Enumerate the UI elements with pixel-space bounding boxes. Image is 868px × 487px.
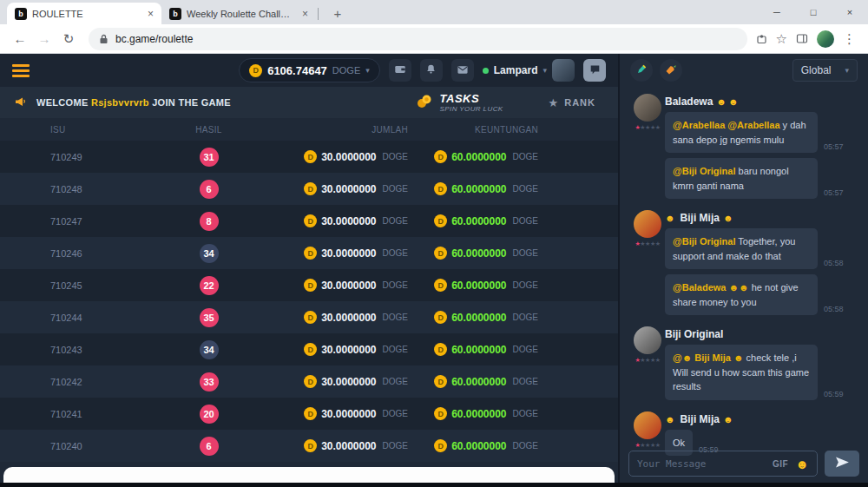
- chat-rules-button[interactable]: [630, 59, 653, 82]
- mention[interactable]: @Biji Original: [673, 166, 735, 176]
- tab-close-icon[interactable]: ×: [146, 8, 155, 20]
- result-cell: 34: [159, 244, 259, 263]
- table-row[interactable]: 710244 35 D 30.0000000 DOGE D 60.0000000…: [0, 301, 618, 333]
- bet-amount: 30.0000000: [321, 408, 376, 420]
- username-emoji-suffix: ☻☻: [716, 96, 740, 107]
- bet-profit: 60.0000000: [451, 344, 506, 356]
- chat-username[interactable]: Baladewa: [665, 95, 713, 108]
- chat-username[interactable]: Biji Original: [665, 328, 723, 340]
- avatar[interactable]: [634, 210, 661, 238]
- currency-label: DOGE: [383, 409, 408, 418]
- bets-table-body: 710249 31 D 30.0000000 DOGE D 60.0000000…: [0, 141, 618, 462]
- wallet-button[interactable]: [389, 59, 411, 82]
- emoji-picker-icon[interactable]: ☻: [795, 457, 809, 471]
- bet-id: 710241: [50, 409, 159, 419]
- chat-bubble: @Biji Original Together, you support and…: [665, 228, 818, 269]
- doge-coin-icon: D: [304, 439, 317, 452]
- result-cell: 6: [159, 437, 259, 456]
- side-panel-icon[interactable]: [796, 33, 808, 44]
- bet-amount: 30.0000000: [321, 440, 376, 452]
- message-time: 05:59: [824, 390, 844, 400]
- new-tab-button[interactable]: +: [329, 6, 346, 21]
- currency-label: DOGE: [513, 409, 538, 418]
- bet-profit: 60.0000000: [451, 440, 506, 452]
- tab-strip: b ROULETTE × b Weekly Roulette Challenge…: [0, 0, 868, 24]
- message-input-box[interactable]: GIF ☻: [628, 451, 818, 477]
- pencil-icon: [636, 63, 647, 78]
- hamburger-menu-icon[interactable]: [12, 64, 30, 77]
- table-row[interactable]: 710245 22 D 30.0000000 DOGE D 60.0000000…: [0, 269, 618, 301]
- avatar[interactable]: [634, 94, 661, 122]
- currency-label: DOGE: [513, 248, 538, 258]
- table-row[interactable]: 710242 33 D 30.0000000 DOGE D 60.0000000…: [0, 365, 618, 398]
- result-cell: 34: [159, 340, 259, 359]
- chat-region-label: Global: [801, 64, 832, 76]
- table-row[interactable]: 710248 6 D 30.0000000 DOGE D 60.0000000 …: [0, 173, 618, 205]
- gif-button[interactable]: GIF: [773, 459, 788, 469]
- tab-close-icon[interactable]: ×: [300, 8, 310, 20]
- tab-roulette[interactable]: b ROULETTE ×: [7, 3, 161, 24]
- chat-bubble: @Arabellaa @Arabellaa y dah sana depo jg…: [665, 112, 818, 153]
- address-bar[interactable]: bc.game/roulette: [89, 28, 747, 50]
- avatar[interactable]: [634, 326, 661, 354]
- browser-profile-avatar[interactable]: [817, 30, 834, 48]
- chat-message: @Arabellaa @Arabellaa y dah sana depo jg…: [665, 112, 861, 153]
- avatar[interactable]: [552, 59, 575, 82]
- rank-star-icon: ★: [549, 96, 560, 109]
- user-menu[interactable]: Lampard ▾: [483, 59, 575, 82]
- mention[interactable]: @Arabellaa @Arabellaa: [673, 120, 780, 130]
- bet-id: 710243: [50, 345, 159, 355]
- amount-cell: D 30.0000000 DOGE: [259, 439, 408, 452]
- lock-icon: [99, 34, 108, 44]
- carrot-icon-button[interactable]: [660, 59, 682, 82]
- mention[interactable]: @Baladewa ☻☻: [673, 282, 749, 293]
- amount-cell: D 30.0000000 DOGE: [259, 150, 408, 163]
- table-row[interactable]: 710241 20 D 30.0000000 DOGE D 60.0000000…: [0, 398, 618, 430]
- table-row[interactable]: 710243 34 D 30.0000000 DOGE D 60.0000000…: [0, 333, 618, 365]
- rank-widget[interactable]: ★ RANK: [549, 96, 595, 109]
- browser-menu-icon[interactable]: ⋮: [843, 31, 856, 47]
- avatar[interactable]: [634, 411, 661, 439]
- chat-username[interactable]: Biji Mija: [681, 413, 720, 425]
- doge-coin-icon: D: [304, 311, 317, 324]
- profit-cell: D 60.0000000 DOGE: [408, 247, 538, 260]
- extension-icon[interactable]: [756, 33, 767, 44]
- table-row[interactable]: 710247 8 D 30.0000000 DOGE D 60.0000000 …: [0, 205, 618, 237]
- amount-cell: D 30.0000000 DOGE: [259, 343, 408, 356]
- notifications-button[interactable]: [420, 59, 443, 82]
- doge-coin-icon: D: [434, 439, 447, 452]
- send-button[interactable]: [825, 451, 859, 477]
- close-button[interactable]: ×: [832, 0, 868, 24]
- chat-toggle-button[interactable]: [583, 59, 606, 82]
- tab-title: Weekly Roulette Challenge - Win: [187, 9, 295, 19]
- table-row[interactable]: 710246 34 D 30.0000000 DOGE D 60.0000000…: [0, 237, 618, 269]
- tab-title: ROULETTE: [32, 9, 141, 19]
- chat-username[interactable]: Biji Mija: [681, 212, 720, 224]
- chat-message-group: ★★★★★ ☻ Biji Mija ☻ Ok 05:59: [630, 411, 861, 457]
- bet-profit: 60.0000000: [451, 280, 506, 292]
- chat-user-column: ★★★★★: [630, 94, 665, 199]
- tab-weekly-challenge[interactable]: b Weekly Roulette Challenge - Win ×: [161, 3, 316, 24]
- forward-icon[interactable]: →: [33, 31, 56, 46]
- reload-icon[interactable]: ↻: [57, 31, 80, 47]
- messages-button[interactable]: [451, 59, 474, 82]
- currency-label: DOGE: [383, 313, 408, 322]
- mention[interactable]: @☻ Biji Mija ☻: [673, 352, 744, 363]
- maximize-button[interactable]: □: [795, 0, 832, 24]
- table-row[interactable]: 710240 6 D 30.0000000 DOGE D 60.0000000 …: [0, 430, 618, 462]
- profit-cell: D 60.0000000 DOGE: [408, 214, 538, 227]
- user-rating: ★★★★★: [635, 357, 661, 363]
- browser-toolbar: ← → ↻ bc.game/roulette ☆ ⋮: [0, 24, 868, 54]
- chat-region-dropdown[interactable]: Global ▾: [792, 59, 858, 82]
- tasks-widget[interactable]: TASKS SPIN YOUR LUCK: [416, 92, 503, 113]
- bookmark-star-icon[interactable]: ☆: [776, 31, 787, 47]
- balance-selector[interactable]: D 6106.74647 DOGE ▾: [239, 58, 380, 82]
- chat-user-column: ★★★★★: [630, 411, 665, 457]
- minimize-button[interactable]: ─: [759, 0, 795, 24]
- message-input[interactable]: [637, 458, 766, 470]
- mention[interactable]: @Biji Original: [673, 236, 735, 247]
- column-header-isu: ISU: [50, 125, 159, 135]
- chat-header: Global ▾: [620, 54, 868, 87]
- back-icon[interactable]: ←: [9, 31, 31, 46]
- table-row[interactable]: 710249 31 D 30.0000000 DOGE D 60.0000000…: [0, 141, 618, 173]
